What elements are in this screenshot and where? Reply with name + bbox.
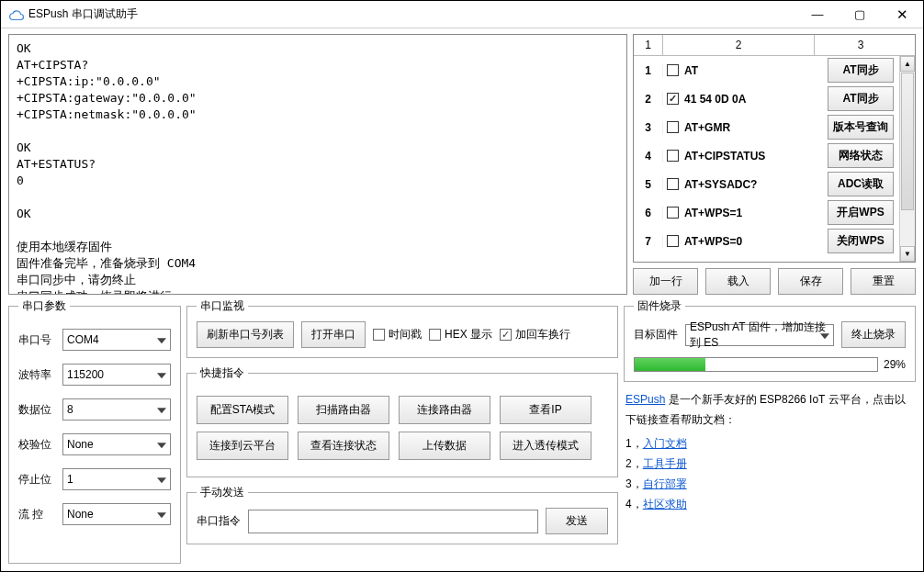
upload-data-button[interactable]: 上传数据 <box>399 432 490 460</box>
send-input[interactable] <box>248 510 538 533</box>
row-checkbox[interactable] <box>667 207 679 219</box>
table-row: 2✓41 54 0D 0AAT同步 <box>634 84 915 113</box>
newline-checkbox[interactable]: ✓加回车换行 <box>500 327 570 342</box>
maximize-button[interactable]: ▢ <box>839 1 881 28</box>
row-index: 7 <box>634 235 663 248</box>
row-checkbox[interactable] <box>667 178 679 190</box>
row-index: 3 <box>634 121 663 134</box>
open-port-button[interactable]: 打开串口 <box>301 321 366 348</box>
view-ip-button[interactable]: 查看IP <box>500 396 592 424</box>
row-text: 41 54 0D 0A <box>684 93 746 106</box>
row-index: 2 <box>634 93 663 106</box>
row-checkbox[interactable] <box>667 64 679 76</box>
burn-progress <box>634 357 878 372</box>
reset-button[interactable]: 重置 <box>851 268 916 295</box>
baud-combo[interactable]: 115200 <box>62 364 171 386</box>
row-text: AT+WPS=0 <box>684 235 742 248</box>
help-text: ESPush 是一个新手友好的 ESP8266 IoT 云平台，点击以下链接查看… <box>624 389 916 514</box>
stopbits-combo[interactable]: 1 <box>62 468 171 490</box>
row-text: AT+WPS=1 <box>684 207 742 219</box>
row-action-button[interactable]: 关闭WPS <box>828 229 894 253</box>
serial-monitor-group: 串口监视 刷新串口号列表 打开串口 时间戳 HEX 显示 ✓加回车换行 <box>186 298 618 358</box>
view-status-button[interactable]: 查看连接状态 <box>298 432 389 460</box>
command-table-header: 1 2 3 <box>634 35 915 56</box>
help-link[interactable]: 工具手册 <box>643 457 687 470</box>
manual-send-group: 手动发送 串口指令 发送 <box>186 485 618 544</box>
serial-params-group: 串口参数 串口号 COM4 波特率 115200 数据位 8 校验位 None … <box>8 298 181 564</box>
row-checkbox[interactable] <box>667 235 679 247</box>
row-index: 1 <box>634 64 663 77</box>
table-row: 5AT+SYSADC?ADC读取 <box>634 170 915 198</box>
progress-text: 29% <box>884 358 906 371</box>
console-output: OK AT+CIPSTA? +CIPSTA:ip:"0.0.0.0" +CIPS… <box>8 34 627 295</box>
add-row-button[interactable]: 加一行 <box>633 268 698 295</box>
connect-router-button[interactable]: 连接路由器 <box>399 396 490 424</box>
row-index: 5 <box>634 178 663 191</box>
send-label: 串口指令 <box>197 513 241 529</box>
connect-cloud-button[interactable]: 连接到云平台 <box>197 432 288 460</box>
row-index: 6 <box>634 207 663 219</box>
title-bar: ESPush 串口调试助手 ― ▢ ✕ <box>1 1 923 28</box>
row-checkbox[interactable] <box>667 150 679 162</box>
row-text: AT <box>684 64 698 77</box>
firmware-label: 目标固件 <box>634 327 678 342</box>
refresh-ports-button[interactable]: 刷新串口号列表 <box>197 321 294 348</box>
table-row: 7AT+WPS=0关闭WPS <box>634 227 915 255</box>
command-table-scrollbar[interactable]: ▲ ▼ <box>899 56 915 262</box>
close-button[interactable]: ✕ <box>881 1 923 28</box>
sta-mode-button[interactable]: 配置STA模式 <box>197 396 288 424</box>
port-combo[interactable]: COM4 <box>62 329 171 351</box>
table-row: 1ATAT同步 <box>634 56 915 84</box>
window-title: ESPush 串口调试助手 <box>28 6 796 22</box>
cloud-icon <box>8 10 23 19</box>
row-action-button[interactable]: 网络状态 <box>828 143 894 168</box>
help-link[interactable]: 入门文档 <box>643 437 687 450</box>
row-action-button[interactable]: AT同步 <box>828 58 894 83</box>
row-text: AT+GMR <box>684 121 730 134</box>
scroll-up-icon[interactable]: ▲ <box>900 56 915 72</box>
flow-combo[interactable]: None <box>62 503 171 525</box>
help-link[interactable]: 社区求助 <box>643 498 687 510</box>
firmware-combo[interactable]: ESPush AT 固件，增加连接到 ES <box>685 324 834 346</box>
hex-checkbox[interactable]: HEX 显示 <box>429 327 492 342</box>
firmware-burn-group: 固件烧录 目标固件 ESPush AT 固件，增加连接到 ES 终止烧录 29% <box>624 298 916 382</box>
row-checkbox[interactable] <box>667 121 679 133</box>
help-link[interactable]: 自行部署 <box>643 477 687 490</box>
send-button[interactable]: 发送 <box>546 508 608 534</box>
parity-combo[interactable]: None <box>62 433 171 455</box>
shortcut-group: 快捷指令 配置STA模式 扫描路由器 连接路由器 查看IP 连接到云平台 查看连… <box>186 365 618 477</box>
command-table: 1 2 3 1ATAT同步2✓41 54 0D 0AAT同步3AT+GMR版本号… <box>633 34 916 263</box>
minimize-button[interactable]: ― <box>796 1 839 28</box>
scroll-thumb[interactable] <box>901 73 914 210</box>
espush-link[interactable]: ESPush <box>625 393 665 406</box>
stop-burn-button[interactable]: 终止烧录 <box>841 321 906 348</box>
row-action-button[interactable]: AT同步 <box>828 86 894 111</box>
scroll-down-icon[interactable]: ▼ <box>900 246 915 262</box>
row-text: AT+CIPSTATUS <box>684 150 765 163</box>
transparent-mode-button[interactable]: 进入透传模式 <box>500 432 592 460</box>
table-row: 3AT+GMR版本号查询 <box>634 113 915 141</box>
table-row: 6AT+WPS=1开启WPS <box>634 198 915 227</box>
scan-router-button[interactable]: 扫描路由器 <box>298 396 389 424</box>
databits-combo[interactable]: 8 <box>62 398 171 421</box>
save-button[interactable]: 保存 <box>778 268 843 295</box>
timestamp-checkbox[interactable]: 时间戳 <box>373 327 422 342</box>
row-action-button[interactable]: 开启WPS <box>828 200 894 225</box>
row-action-button[interactable]: ADC读取 <box>828 172 894 196</box>
row-text: AT+SYSADC? <box>684 178 757 191</box>
load-button[interactable]: 载入 <box>705 268 771 295</box>
row-checkbox[interactable]: ✓ <box>667 93 679 105</box>
row-index: 4 <box>634 150 663 163</box>
table-row: 4AT+CIPSTATUS网络状态 <box>634 141 915 170</box>
row-action-button[interactable]: 版本号查询 <box>828 115 894 140</box>
